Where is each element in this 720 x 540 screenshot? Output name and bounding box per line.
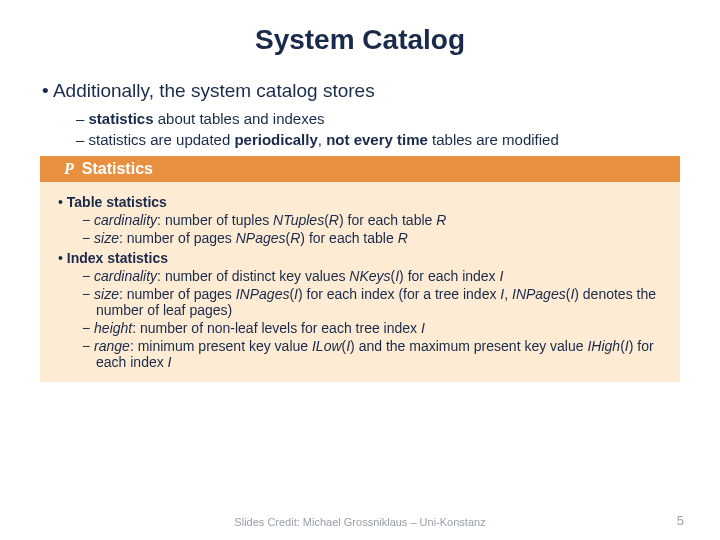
text-bold: statistics	[89, 110, 154, 127]
text: : number of pages	[119, 230, 236, 246]
text-italic: I	[168, 354, 172, 370]
text: ,	[504, 286, 512, 302]
bullet-sub-periodic: statistics are updated periodically, not…	[76, 131, 690, 148]
slide-title: System Catalog	[30, 24, 690, 56]
text: ) and the maximum present key value	[350, 338, 587, 354]
text-italic: I	[500, 268, 504, 284]
text: : minimum present key value	[130, 338, 312, 354]
text: : number of pages	[119, 286, 236, 302]
bullet-sub-statistics: statistics about tables and indexes	[76, 110, 690, 127]
text: ) for each table	[339, 212, 436, 228]
text-italic: NKeys	[349, 268, 390, 284]
box-header: P Statistics	[40, 156, 680, 182]
box-sub-index-cardinality: cardinality: number of distinct key valu…	[82, 268, 662, 284]
text-italic: R	[398, 230, 408, 246]
text-italic: ILow	[312, 338, 342, 354]
text: tables are modified	[428, 131, 559, 148]
text-italic: INPages	[512, 286, 566, 302]
text: ) for each index (for a tree index	[298, 286, 500, 302]
box-body: Table statistics cardinality: number of …	[40, 182, 680, 382]
box-sub-table-size: size: number of pages NPages(R) for each…	[82, 230, 662, 246]
footer-credit: Slides Credit: Michael Grossniklaus – Un…	[0, 516, 720, 528]
text-italic: NPages	[236, 230, 286, 246]
text-italic: R	[290, 230, 300, 246]
text-italic: cardinality	[94, 268, 157, 284]
text: ,	[318, 131, 326, 148]
box-sub-table-cardinality: cardinality: number of tuples NTuples(R)…	[82, 212, 662, 228]
text: statistics are updated	[89, 131, 235, 148]
box-title: Statistics	[82, 160, 153, 178]
text-italic: INPages	[236, 286, 290, 302]
text: ) for each index	[399, 268, 499, 284]
text-italic: size	[94, 230, 119, 246]
text-italic: NTuples	[273, 212, 324, 228]
box-bullet-index-stats: Index statistics	[58, 250, 662, 266]
text: : number of tuples	[157, 212, 273, 228]
text-italic: height	[94, 320, 132, 336]
text: : number of non-leaf levels for each tre…	[132, 320, 421, 336]
page-number: 5	[677, 513, 684, 528]
text-italic: cardinality	[94, 212, 157, 228]
slide: System Catalog Additionally, the system …	[0, 0, 720, 382]
text-bold: Table statistics	[67, 194, 167, 210]
text-italic: IHigh	[587, 338, 620, 354]
box-sub-index-range: range: minimum present key value ILow(I)…	[82, 338, 662, 370]
text: : number of distinct key values	[157, 268, 349, 284]
box-sub-index-height: height: number of non-leaf levels for ea…	[82, 320, 662, 336]
pointer-icon: P	[64, 160, 74, 178]
text-italic: R	[436, 212, 446, 228]
bullet-intro: Additionally, the system catalog stores	[42, 80, 690, 102]
box-sub-index-size: size: number of pages INPages(I) for eac…	[82, 286, 662, 318]
text-italic: R	[329, 212, 339, 228]
text-italic: size	[94, 286, 119, 302]
text-bold: not every time	[326, 131, 428, 148]
text-bold: Index statistics	[67, 250, 168, 266]
box-bullet-table-stats: Table statistics	[58, 194, 662, 210]
text-bold: periodically	[234, 131, 317, 148]
text-italic: I	[421, 320, 425, 336]
text: ) for each table	[300, 230, 397, 246]
text: about tables and indexes	[154, 110, 325, 127]
text-italic: range	[94, 338, 130, 354]
